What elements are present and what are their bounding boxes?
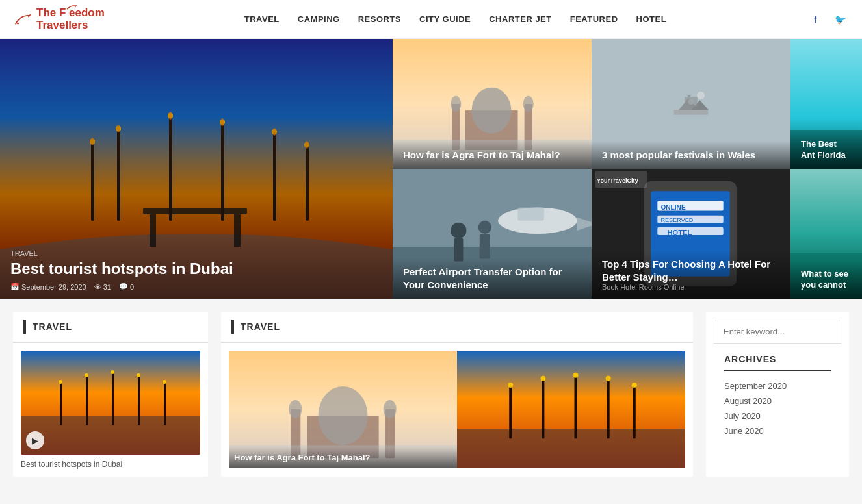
section-bar-mid [231,320,234,334]
facebook-icon[interactable]: f [806,10,824,29]
archive-item-aug2020[interactable]: August 2020 [724,394,831,409]
logo-text: The Fîeedom Travellers [36,7,105,31]
svg-point-95 [632,383,637,388]
svg-point-73 [137,373,140,377]
svg-text:YourTravelCity: YourTravelCity [597,177,639,184]
svg-point-36 [697,92,705,99]
search-input[interactable] [714,320,841,344]
svg-point-81 [289,400,302,418]
card3-title: 3 most popular festivals in Wales [602,149,780,162]
svg-rect-47 [480,234,490,259]
hero-main-card[interactable]: Travel Best tourist hotspots in Dubai 📅 … [0,39,393,299]
svg-point-0 [17,22,19,24]
hero-views: 👁 31 [94,283,111,291]
svg-rect-33 [674,110,709,115]
svg-rect-39 [688,95,691,97]
logo[interactable]: The Fîeedom Travellers [13,7,105,31]
card5-overlay: Perfect Airport Transfer Option for Your… [393,258,592,299]
hero-main-overlay: Travel Best tourist hotspots in Dubai 📅 … [0,39,393,299]
hero-card-airport[interactable]: Perfect Airport Transfer Option for Your… [393,169,592,299]
travel-img-1[interactable]: How far is Agra Fort to Taj Mahal? [229,351,457,468]
thumb-card-left[interactable]: ▶ Best tourist hotspots in Dubai [13,351,208,477]
card4-title: The Best Ant Florida [801,139,852,161]
card7-overlay: What to see you cannot [790,261,862,299]
svg-point-71 [111,370,114,374]
travel-img1-overlay: How far is Agra Fort to Taj Mahal? [229,447,457,468]
svg-rect-90 [575,377,577,438]
header: The Fîeedom Travellers TRAVEL CAMPING RE… [0,0,862,39]
svg-point-44 [451,223,466,238]
hero-date-icon: 📅 September 29, 2020 [10,283,86,291]
svg-point-89 [540,376,545,381]
nav-featured[interactable]: FEATURED [570,14,618,24]
archive-item-sep2020[interactable]: September 2020 [724,379,831,394]
travel-img1-title: How far is Agra Fort to Taj Mahal? [234,453,452,462]
svg-rect-86 [509,386,512,438]
mid-travel-section: TRAVEL [221,312,693,477]
svg-point-29 [451,96,461,112]
left-section-title: TRAVEL [33,321,72,332]
archive-item-jul2020[interactable]: July 2020 [724,409,831,423]
nav-camping[interactable]: CAMPING [298,14,340,24]
hero-main-meta: 📅 September 29, 2020 👁 31 💬 0 [10,283,382,291]
card4-overlay: The Best Ant Florida [790,131,862,169]
thumb-title-left: Best tourist hotspots in Dubai [21,460,200,469]
left-travel-section: TRAVEL [13,312,208,477]
svg-point-69 [85,373,88,377]
svg-rect-50 [518,207,545,220]
card6-overlay: Top 4 Tips For Choosing A Hotel For Bett… [592,250,790,299]
svg-text:ONLINE: ONLINE [660,204,685,211]
svg-rect-66 [60,383,62,425]
svg-point-93 [606,376,611,381]
card5-title: Perfect Airport Transfer Option for Your… [403,266,581,291]
card6-subtitle: Book Hotel Rooms Online [602,283,780,291]
thumb-image-left: ▶ [21,351,200,455]
svg-point-46 [478,221,491,234]
sidebar: ARCHIVES September 2020 August 2020 July… [706,312,849,477]
main-nav: TRAVEL CAMPING RESORTS CITY GUIDE CHARTE… [244,14,666,24]
logo-icon [13,10,33,29]
svg-point-30 [523,96,534,112]
svg-rect-65 [21,416,200,455]
thumb-play-icon[interactable]: ▶ [26,431,44,449]
hero-card-florida[interactable]: The Best Ant Florida [790,39,862,169]
card7-title: What to see you cannot [801,269,852,291]
svg-point-67 [59,380,62,384]
archives-title: ARCHIVES [724,354,831,371]
nav-charter-jet[interactable]: CHARTER JET [489,14,552,24]
archives-section: ARCHIVES September 2020 August 2020 July… [714,354,841,438]
nav-resorts[interactable]: RESORTS [358,14,401,24]
card6-title: Top 4 Tips For Choosing A Hotel For Bett… [602,258,780,283]
hero-card-hotel[interactable]: ONLINE RESERVED HOTEL YourTravelCity Top… [592,169,790,299]
left-section-header: TRAVEL [13,312,208,343]
hero-card-agra[interactable]: How far is Agra Fort to Taj Mahal? [393,39,592,169]
svg-point-78 [318,386,367,445]
svg-rect-94 [633,386,636,438]
nav-hotel[interactable]: HOTEL [636,14,667,24]
archive-item-jun2020[interactable]: June 2020 [724,423,831,438]
svg-point-26 [472,88,512,134]
nav-travel[interactable]: TRAVEL [244,14,280,24]
mid-section-header: TRAVEL [221,312,693,343]
hero-card-whattosee[interactable]: What to see you cannot [790,169,862,299]
svg-text:RESERVED: RESERVED [660,217,693,223]
travel-grid: How far is Agra Fort to Taj Mahal? [221,351,693,475]
nav-city-guide[interactable]: CITY GUIDE [419,14,471,24]
svg-text:HOTEL: HOTEL [668,229,692,236]
hero-grid: Travel Best tourist hotspots in Dubai 📅 … [0,39,862,299]
travel-img-2[interactable] [457,351,685,468]
svg-rect-72 [138,377,140,425]
svg-point-38 [688,99,694,105]
hero-main-title: Best tourist hotspots in Dubai [10,260,382,279]
svg-rect-85 [457,429,685,468]
hero-card-wales[interactable]: 3 most popular festivals in Wales [592,39,790,169]
hero-comments: 💬 0 [119,283,134,291]
section-bar-left [23,320,26,334]
svg-rect-68 [86,377,88,425]
svg-rect-74 [164,383,166,425]
twitter-icon[interactable]: 🐦 [831,10,849,29]
mid-section-title: TRAVEL [241,321,280,332]
social-icons: f 🐦 [806,10,849,29]
card2-overlay: How far is Agra Fort to Taj Mahal? [393,141,592,170]
svg-rect-92 [607,380,610,438]
